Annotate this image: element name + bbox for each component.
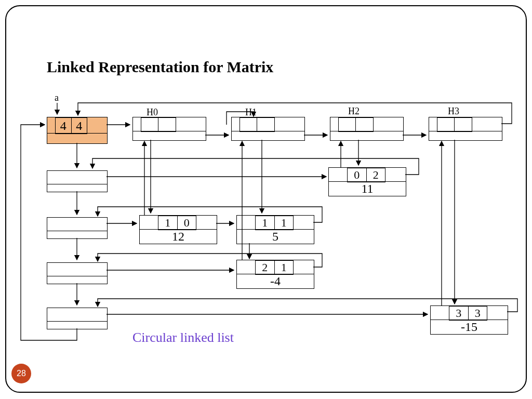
root-cols: 4 xyxy=(72,118,87,134)
col-header-h0: H0 xyxy=(147,107,158,118)
node-3-3-val: -15 xyxy=(431,320,508,334)
node-0-2-val: 11 xyxy=(329,181,406,196)
root-rows: 4 xyxy=(56,118,72,134)
hdr-h0 xyxy=(132,117,206,141)
root-node: 4 4 xyxy=(47,117,108,144)
node-3-3: 3 3 -15 xyxy=(430,305,508,335)
node-3-3-row: 3 xyxy=(449,307,469,320)
rowhdr-h0 xyxy=(47,170,108,192)
hdr-h3 xyxy=(429,117,502,141)
node-1-1: 1 1 5 xyxy=(236,215,314,244)
page-number: 28 xyxy=(11,364,31,383)
node-1-0: 1 0 12 xyxy=(139,215,217,244)
rowhdr-h2 xyxy=(47,262,108,284)
node-1-0-row: 1 xyxy=(158,216,178,230)
col-header-h2: H2 xyxy=(348,106,360,117)
node-0-2-row: 0 xyxy=(348,168,367,182)
rowhdr-h3 xyxy=(47,308,108,329)
col-header-h1: H1 xyxy=(245,107,257,118)
slide-title: Linked Representation for Matrix xyxy=(47,58,273,76)
slide: Linked Representation for Matrix a H0 H1… xyxy=(0,0,532,399)
hdr-h1 xyxy=(231,117,305,141)
rowhdr-h1 xyxy=(47,217,108,239)
node-0-2: 0 2 11 xyxy=(328,167,406,196)
caption-circular: Circular linked list xyxy=(132,330,234,345)
node-1-1-val: 5 xyxy=(237,229,314,244)
node-1-1-row: 1 xyxy=(256,216,275,230)
node-2-1: 2 1 -4 xyxy=(236,260,314,289)
node-2-1-row: 2 xyxy=(256,261,275,274)
hdr-h2 xyxy=(330,117,404,141)
node-1-0-col: 0 xyxy=(178,216,196,230)
node-3-3-col: 3 xyxy=(469,307,487,320)
node-1-0-val: 12 xyxy=(140,229,217,244)
node-2-1-val: -4 xyxy=(237,274,314,288)
node-0-2-col: 2 xyxy=(367,168,385,182)
col-header-h3: H3 xyxy=(448,106,459,117)
pointer-label-a: a xyxy=(55,92,59,103)
node-2-1-col: 1 xyxy=(275,261,294,274)
node-1-1-col: 1 xyxy=(275,216,294,230)
